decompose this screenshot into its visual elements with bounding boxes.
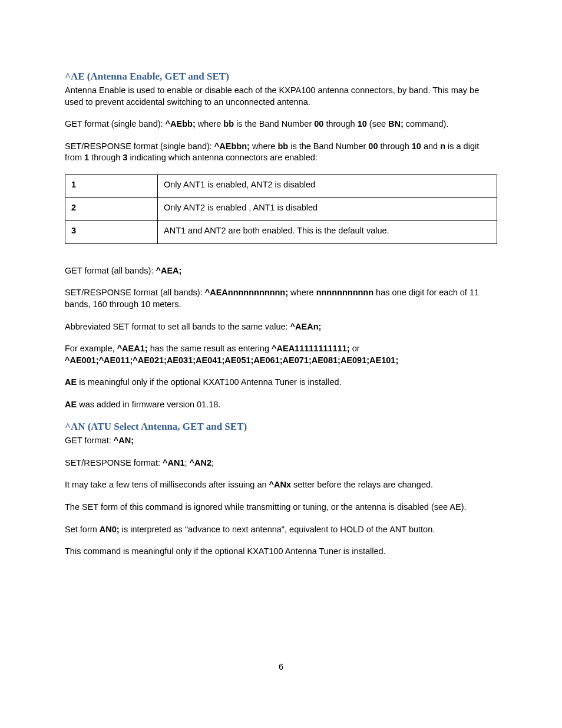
code: 1 [84,153,89,162]
table-cell: 3 [65,220,158,243]
code: 10 [412,141,421,151]
text: SET/RESPONSE format: [65,458,163,467]
code: ^AN2 [190,458,211,467]
text: and [421,141,440,151]
text: is interpreted as "advance to next anten… [120,525,435,534]
paragraph: It may take a few tens of milliseconds a… [65,479,497,491]
code: 00 [314,119,323,129]
paragraph: GET format (single band): ^AEbb; where b… [65,118,497,130]
text: (see [367,119,388,129]
code: ^AEbbn; [214,141,250,151]
text: was added in firmware version 01.18. [77,400,220,409]
text: indicating which antenna connectors are … [127,153,317,162]
paragraph: This command is meaningful only if the o… [65,546,497,558]
paragraph: For example, ^AEA1; has the same result … [65,343,497,366]
code: ^AEAnnnnnnnnnnn; [205,288,288,297]
text: has the same result as entering [148,344,272,353]
paragraph: Set form AN0; is interpreted as "advance… [65,524,497,536]
text: where [288,288,316,297]
table-row: 2 Only ANT2 is enabled , ANT1 is disable… [65,197,497,220]
code: ^AN; [114,436,134,445]
section-heading-ae: ^AE (Antenna Enable, GET and SET) [65,71,497,83]
code: ^AEbb; [166,119,196,129]
page-number: 6 [0,662,562,671]
table-cell: 1 [65,174,158,197]
code: ^AEA11111111111; [272,344,350,353]
text: command). [404,119,449,129]
table-cell: Only ANT1 is enabled, ANT2 is disabled [158,174,497,197]
text: is meaningful only if the optional KXAT1… [77,377,342,387]
code: nnnnnnnnnnn [316,288,373,297]
text: GET format (all bands): [65,266,156,275]
text: where [250,141,278,151]
table-cell: 2 [65,197,158,220]
code: BN; [388,119,404,129]
paragraph: Abbreviated SET format to set all bands … [65,321,497,333]
code: ^AEA; [156,266,181,275]
code: ^AEA1; [117,344,148,353]
paragraph: SET/RESPONSE format (all bands): ^AEAnnn… [65,287,497,310]
code: ^ANx [269,480,291,489]
code: AE [65,400,77,409]
code: ^AEAn; [290,322,322,331]
paragraph: AE is meaningful only if the optional KX… [65,377,497,388]
code: bb [223,119,234,129]
code: n [440,141,445,151]
paragraph: Antenna Enable is used to enable or disa… [65,85,497,108]
antenna-enable-table: 1 Only ANT1 is enabled, ANT2 is disabled… [65,174,497,244]
text: ; [184,458,189,467]
text: is the Band Number [288,141,368,151]
text: For example, [65,344,117,353]
text: setter before the relays are changed. [291,480,433,489]
paragraph: The SET form of this command is ignored … [65,502,497,513]
text: ; [211,458,214,467]
table-cell: Only ANT2 is enabled , ANT1 is disabled [158,197,497,220]
paragraph: AE was added in firmware version 01.18. [65,399,497,411]
paragraph: SET/RESPONSE format (single band): ^AEbb… [65,141,497,164]
table-row: 1 Only ANT1 is enabled, ANT2 is disabled [65,174,497,197]
text: where [196,119,224,129]
section-heading-an: ^AN (ATU Select Antenna, GET and SET) [65,421,497,433]
code: 10 [358,119,367,129]
table-cell: ANT1 and ANT2 are both enabled. This is … [158,220,497,243]
document-page: ^AE (Antenna Enable, GET and SET) Antenn… [0,0,562,728]
paragraph: GET format: ^AN; [65,435,497,447]
text: It may take a few tens of milliseconds a… [65,480,269,489]
text: SET/RESPONSE format (all bands): [65,288,205,297]
code: AN0; [100,525,120,534]
text: through [378,141,412,151]
code: AE [65,377,77,387]
code: bb [277,141,288,151]
code: 00 [368,141,378,151]
table-row: 3 ANT1 and ANT2 are both enabled. This i… [65,220,497,243]
text: Set form [65,525,100,534]
paragraph: SET/RESPONSE format: ^AN1; ^AN2; [65,457,497,469]
code: ^AE001;^AE011;^AE021;AE031;AE041;AE051;A… [65,355,398,365]
text: Abbreviated SET format to set all bands … [65,322,290,331]
text: GET format: [65,436,114,445]
text: through [323,119,357,129]
paragraph: GET format (all bands): ^AEA; [65,265,497,277]
text: through [89,153,123,162]
text: or [350,344,360,353]
text: is the Band Number [234,119,314,129]
code: ^AN1 [163,458,184,467]
text: GET format (single band): [65,119,166,129]
text: SET/RESPONSE format (single band): [65,141,214,151]
